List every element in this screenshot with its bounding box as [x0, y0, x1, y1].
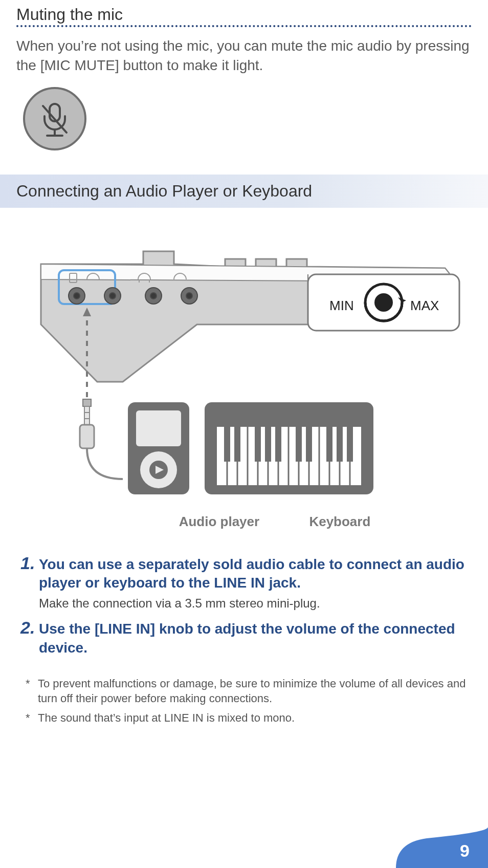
step-1-number: 1. — [20, 553, 35, 573]
keyboard-icon — [205, 402, 373, 494]
asterisk-icon: * — [26, 677, 30, 691]
page-number: 9 — [460, 841, 470, 861]
audio-plug-icon — [80, 399, 123, 479]
svg-point-13 — [186, 293, 192, 299]
svg-point-11 — [150, 293, 157, 299]
dotted-rule — [16, 25, 472, 27]
svg-point-7 — [74, 293, 80, 299]
label-keyboard: Keyboard — [309, 514, 370, 530]
knob-max-label: MAX — [410, 298, 439, 313]
svg-rect-46 — [224, 427, 230, 462]
svg-rect-21 — [83, 399, 91, 406]
note-2: * The sound that’s input at LINE IN is m… — [20, 711, 468, 726]
step-2-number: 2. — [20, 618, 35, 638]
svg-point-18 — [374, 293, 393, 312]
asterisk-icon: * — [26, 711, 30, 726]
step-2: 2. Use the [LINE IN] knob to adjust the … — [20, 620, 468, 657]
svg-rect-49 — [265, 427, 271, 462]
note-2-text: The sound that’s input at LINE IN is mix… — [38, 711, 295, 724]
svg-rect-27 — [136, 410, 181, 446]
knob-min-label: MIN — [329, 298, 354, 313]
svg-rect-55 — [347, 427, 353, 462]
svg-rect-25 — [80, 425, 94, 448]
svg-point-9 — [109, 293, 116, 299]
note-1-text: To prevent malfunctions or damage, be su… — [38, 677, 465, 705]
audio-player-icon — [128, 402, 189, 494]
line-in-knob-callout: MIN MAX — [308, 274, 459, 331]
step-1: 1. You can use a separately sold audio c… — [20, 555, 468, 611]
step-1-sub: Make the connection via a 3.5 mm stereo … — [39, 592, 468, 611]
mic-mute-icon — [21, 85, 88, 152]
svg-rect-22 — [84, 406, 90, 425]
svg-rect-51 — [296, 427, 302, 462]
step-1-title: You can use a separately sold audio cabl… — [39, 555, 468, 593]
note-1: * To prevent malfunctions or damage, be … — [20, 677, 468, 706]
label-audio-player: Audio player — [179, 514, 259, 530]
connection-diagram: MIN MAX — [0, 208, 488, 530]
step-2-title: Use the [LINE IN] knob to adjust the vol… — [39, 620, 468, 657]
svg-rect-52 — [306, 427, 312, 462]
svg-rect-47 — [234, 427, 240, 462]
svg-rect-48 — [255, 427, 261, 462]
svg-rect-50 — [275, 427, 281, 462]
mic-mute-button-illustration — [0, 75, 488, 169]
heading-connecting: Connecting an Audio Player or Keyboard — [0, 175, 488, 208]
page-footer-tab: 9 — [396, 827, 488, 868]
svg-rect-53 — [326, 427, 332, 462]
svg-rect-54 — [337, 427, 343, 462]
muting-body-text: When you’re not using the mic, you can m… — [0, 32, 488, 75]
heading-muting: Muting the mic — [0, 5, 488, 25]
